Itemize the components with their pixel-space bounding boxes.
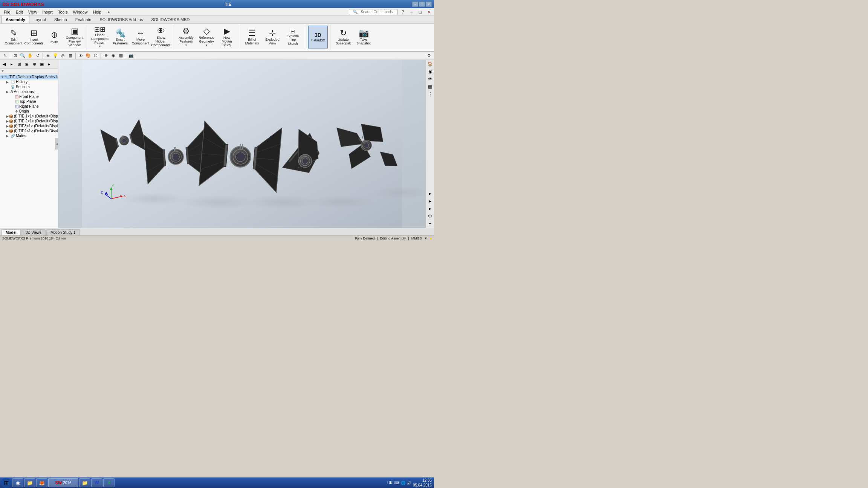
tb-realview-icon[interactable]: ◉ bbox=[110, 52, 117, 59]
tree-tie2[interactable]: ▶ 📦 (f) TIE 2<1> (Default<Display State-… bbox=[0, 119, 58, 124]
tb-zoom-area-icon[interactable]: 🔍 bbox=[19, 52, 26, 59]
expand-annotations-icon[interactable]: ▶ bbox=[6, 90, 11, 94]
tb-view-setting-icon[interactable]: ⊕ bbox=[102, 52, 109, 59]
exploded-view-button[interactable]: ⊹ ExplodedView bbox=[263, 26, 282, 49]
help-icon[interactable]: ? bbox=[399, 9, 406, 15]
tree-root[interactable]: ▼ 🔧 TIE (Default<Display State-1>) bbox=[0, 75, 58, 79]
sidebar-splitter-handle[interactable]: ◀ bbox=[55, 138, 58, 149]
rp-add-icon[interactable]: + bbox=[427, 220, 434, 227]
tab-layout[interactable]: Layout bbox=[29, 16, 50, 23]
sidebar-forward-icon[interactable]: ▸ bbox=[8, 61, 15, 67]
rp-settings2-icon[interactable]: ⚙ bbox=[427, 213, 434, 220]
tab-assembly[interactable]: Assembly bbox=[2, 16, 29, 23]
minimize-button[interactable]: − bbox=[412, 2, 418, 7]
sidebar-display-icon[interactable]: ▣ bbox=[38, 61, 45, 67]
tb-scenes-icon[interactable]: ⬡ bbox=[92, 52, 99, 59]
new-motion-study-button[interactable]: ▶ NewMotionStudy bbox=[217, 26, 237, 49]
menu-view[interactable]: View bbox=[26, 9, 40, 15]
tree-right-plane[interactable]: ◫ Right Plane bbox=[0, 104, 58, 109]
expand-root-icon[interactable]: ▼ bbox=[1, 75, 4, 79]
linear-component-dropdown[interactable]: ▼ bbox=[98, 45, 101, 49]
tab-evaluate[interactable]: Evaluate bbox=[71, 16, 96, 23]
rp-home-icon[interactable]: 🏠 bbox=[427, 61, 434, 67]
insert-components-button[interactable]: ⊞ InsertComponents bbox=[24, 26, 44, 49]
tb-pan-icon[interactable]: ✋ bbox=[27, 52, 34, 59]
rp-more-icon[interactable]: ⋮ bbox=[427, 91, 434, 98]
tree-sensors[interactable]: 📡 Sensors bbox=[0, 84, 58, 89]
bill-of-materials-button[interactable]: ☰ Bill ofMaterials bbox=[242, 26, 262, 49]
tb-settings-icon[interactable]: ⚙ bbox=[426, 52, 432, 59]
expand-tie2-icon[interactable]: ▶ bbox=[6, 119, 9, 123]
window-minimize-icon[interactable]: − bbox=[408, 9, 415, 15]
tree-top-plane[interactable]: ◫ Top Plane bbox=[0, 99, 58, 104]
menu-help[interactable]: Help bbox=[91, 9, 104, 15]
rp-display-icon[interactable]: ▦ bbox=[427, 83, 434, 90]
menu-insert[interactable]: Insert bbox=[40, 9, 55, 15]
statusbar-dropdown[interactable]: ▼ bbox=[424, 236, 428, 240]
tb-display-icon[interactable]: 💡 bbox=[52, 52, 59, 59]
assembly-features-dropdown[interactable]: ▼ bbox=[185, 44, 188, 47]
sidebar-back-icon[interactable]: ◀ bbox=[1, 61, 8, 67]
maximize-button[interactable]: □ bbox=[419, 2, 425, 7]
assembly-features-button[interactable]: ⚙ AssemblyFeatures ▼ bbox=[176, 26, 196, 49]
expand-tie4-icon[interactable]: ▶ bbox=[6, 129, 9, 133]
close-button[interactable]: × bbox=[426, 2, 432, 7]
tb-zoom-fit-icon[interactable]: ⊡ bbox=[12, 52, 18, 59]
tree-origin[interactable]: ✛ Origin bbox=[0, 109, 58, 114]
tab-mbd[interactable]: SOLIDWORKS MBD bbox=[147, 16, 194, 23]
expand-tie3-icon[interactable]: ▶ bbox=[6, 124, 9, 128]
tab-model[interactable]: Model bbox=[2, 229, 21, 235]
tree-tie3[interactable]: ▶ 📦 (f) TIE3<1> (Default<Display State-1… bbox=[0, 124, 58, 128]
move-component-button[interactable]: ↔ MoveComponent bbox=[131, 26, 150, 49]
window-close-icon[interactable]: × bbox=[425, 9, 432, 15]
3d-viewport[interactable]: X Y Z bbox=[58, 60, 426, 228]
tb-appearance-icon[interactable]: 🎨 bbox=[85, 52, 92, 59]
menu-window[interactable]: Window bbox=[71, 9, 90, 15]
rp-collapse2-icon[interactable]: ▸ bbox=[427, 198, 434, 204]
tree-annotations[interactable]: ▶ A Annotations bbox=[0, 89, 58, 94]
tree-front-plane[interactable]: ◫ Front Plane bbox=[0, 94, 58, 99]
rp-3d-icon[interactable]: ◉ bbox=[427, 68, 434, 75]
mate-button[interactable]: ⊕ Mate bbox=[44, 26, 64, 49]
tab-3dviews[interactable]: 3D Views bbox=[21, 229, 46, 235]
reference-geometry-dropdown[interactable]: ▼ bbox=[205, 44, 208, 47]
rp-view-icon[interactable]: 👁 bbox=[427, 76, 434, 82]
rp-collapse3-icon[interactable]: ▸ bbox=[427, 205, 434, 212]
rp-collapse-icon[interactable]: ▸ bbox=[427, 190, 434, 197]
window-restore-icon[interactable]: □ bbox=[417, 9, 424, 15]
tab-motion-study[interactable]: Motion Study 1 bbox=[46, 229, 80, 235]
tb-pointer-icon[interactable]: ↖ bbox=[2, 52, 8, 59]
tb-view-orient-icon[interactable]: ◈ bbox=[44, 52, 51, 59]
edit-component-button[interactable]: ✎ EditComponent bbox=[4, 26, 23, 49]
update-speedpak-button[interactable]: ↻ UpdateSpeedpak bbox=[333, 26, 353, 49]
tb-render-icon[interactable]: ◎ bbox=[60, 52, 66, 59]
show-hidden-button[interactable]: 👁 ShowHiddenComponents bbox=[151, 26, 171, 49]
tb-hide-show-icon[interactable]: 👁 bbox=[77, 52, 84, 59]
tb-camera-icon[interactable]: 📷 bbox=[128, 52, 134, 59]
reference-geometry-button[interactable]: ◇ ReferenceGeometry ▼ bbox=[197, 26, 216, 49]
tree-history[interactable]: ▶ 🕐 History bbox=[0, 79, 58, 84]
tab-sketch[interactable]: Sketch bbox=[50, 16, 71, 23]
component-preview-button[interactable]: ▣ ComponentPreviewWindow bbox=[65, 26, 84, 49]
smart-fasteners-button[interactable]: 🔩 SmartFasteners bbox=[110, 26, 130, 49]
menu-edit[interactable]: Edit bbox=[14, 9, 25, 15]
expand-mates-icon[interactable]: ▶ bbox=[6, 134, 11, 138]
sidebar-propertytree-icon[interactable]: ◉ bbox=[23, 61, 30, 67]
menu-file[interactable]: File bbox=[2, 9, 13, 15]
tree-mates[interactable]: ▶ 🔗 Mates bbox=[0, 133, 58, 138]
sidebar-expand-icon[interactable]: ▸ bbox=[46, 61, 53, 67]
titlebar-controls[interactable]: − □ × bbox=[412, 2, 432, 7]
tree-tie4[interactable]: ▶ 📦 (f) TIE4<1> (Default<Display State-1… bbox=[0, 128, 58, 133]
tb-section-icon[interactable]: ▩ bbox=[67, 52, 74, 59]
sidebar-config-icon[interactable]: ⊕ bbox=[31, 61, 38, 67]
tab-addins[interactable]: SOLIDWORKS Add-Ins bbox=[95, 16, 147, 23]
explode-line-sketch-button[interactable]: ⊟ ExplodeLineSketch bbox=[283, 26, 303, 49]
sidebar-featuretree-icon[interactable]: ⊞ bbox=[16, 61, 23, 67]
expand-tie1-icon[interactable]: ▶ bbox=[6, 114, 9, 118]
instant3d-button[interactable]: 3D Instant3D bbox=[308, 26, 328, 49]
search-input[interactable] bbox=[361, 10, 398, 14]
take-snapshot-button[interactable]: 📷 TakeSnapshot bbox=[354, 26, 373, 49]
expand-history-icon[interactable]: ▶ bbox=[6, 80, 11, 84]
linear-component-button[interactable]: ⊞⊞ LinearComponentPattern ▼ bbox=[90, 26, 110, 49]
tb-shadow-icon[interactable]: ▦ bbox=[118, 52, 124, 59]
